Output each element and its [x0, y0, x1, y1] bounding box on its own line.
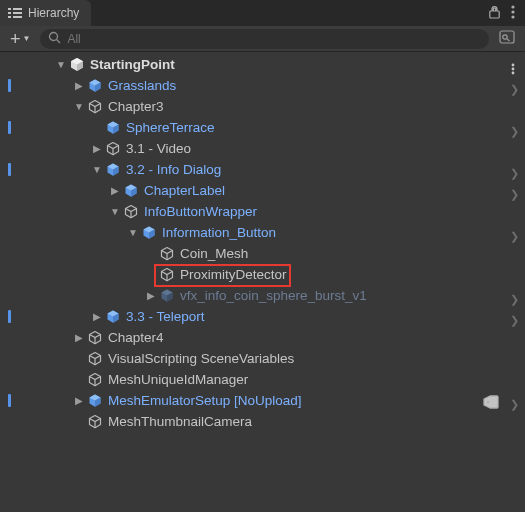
tree-row-coin[interactable]: Coin_Mesh [0, 243, 525, 264]
svg-rect-5 [13, 16, 22, 18]
row-label: Grasslands [108, 75, 176, 96]
svg-rect-1 [13, 8, 22, 10]
svg-point-7 [511, 10, 514, 13]
cube-icon [86, 413, 104, 431]
row-label: SphereTerrace [126, 117, 215, 138]
row-label: ChapterLabel [144, 180, 225, 201]
svg-rect-4 [8, 16, 11, 18]
tree-row-grasslands[interactable]: ▶ Grasslands❯ [0, 75, 525, 96]
cube-icon [86, 98, 104, 116]
foldout-toggle[interactable]: ▶ [90, 310, 104, 324]
svg-point-15 [512, 68, 515, 71]
cube-icon [122, 182, 140, 200]
tree-row-vsvars[interactable]: VisualScripting SceneVariables [0, 348, 525, 369]
search-input[interactable] [67, 32, 481, 46]
tree-row-chlabel[interactable]: ▶ ChapterLabel❯ [0, 180, 525, 201]
tree-row-prox[interactable]: ProximityDetector [0, 264, 525, 285]
foldout-toggle[interactable]: ▶ [72, 394, 86, 408]
tree-row-tele[interactable]: ▶ 3.3 - Teleport❯ [0, 306, 525, 327]
svg-point-6 [511, 5, 514, 8]
cube-icon [86, 392, 104, 410]
override-marker [8, 163, 11, 176]
tree-row-emulator[interactable]: ▶ MeshEmulatorSetup [NoUpload]❯ [0, 390, 525, 411]
hierarchy-tab[interactable]: Hierarchy [0, 0, 91, 26]
tree-row-ibw[interactable]: ▼ InfoButtonWrapper [0, 201, 525, 222]
dropdown-caret-icon: ▼ [23, 34, 31, 43]
svg-line-10 [57, 39, 61, 43]
create-button[interactable]: + ▼ [6, 30, 34, 48]
search-icon [48, 31, 61, 47]
tree-row-vfx[interactable]: ▶ vfx_info_coin_sphere_burst_v1❯ [0, 285, 525, 306]
foldout-toggle[interactable]: ▶ [72, 79, 86, 93]
svg-rect-3 [13, 12, 22, 14]
cube-icon [104, 119, 122, 137]
hierarchy-toolbar: + ▼ [0, 26, 525, 52]
row-label: 3.2 - Info Dialog [126, 159, 221, 180]
panel-menu-icon[interactable] [511, 5, 515, 22]
foldout-toggle[interactable]: ▶ [108, 184, 122, 198]
tree-row-uidmgr[interactable]: MeshUniqueIdManager [0, 369, 525, 390]
tree-row-info[interactable]: ▼ 3.2 - Info Dialog❯ [0, 159, 525, 180]
cube-icon [86, 329, 104, 347]
foldout-toggle[interactable]: ▼ [54, 58, 68, 72]
cube-icon [86, 371, 104, 389]
row-label: VisualScripting SceneVariables [108, 348, 294, 369]
override-marker [8, 394, 11, 407]
cube-icon [122, 203, 140, 221]
svg-point-16 [512, 72, 515, 75]
cube-icon [104, 308, 122, 326]
svg-line-13 [507, 39, 510, 41]
foldout-toggle[interactable]: ▶ [144, 289, 158, 303]
lock-icon[interactable] [488, 5, 501, 22]
svg-rect-0 [8, 8, 11, 10]
foldout-toggle[interactable]: ▶ [90, 142, 104, 156]
override-marker [8, 121, 11, 134]
hierarchy-tree[interactable]: ▼ StartingPoint▶ Grasslands❯▼ Chapter3 S… [0, 52, 525, 432]
tree-row-video[interactable]: ▶ 3.1 - Video [0, 138, 525, 159]
cube-icon [158, 287, 176, 305]
search-by-type-icon[interactable] [495, 30, 519, 47]
row-label: vfx_info_coin_sphere_burst_v1 [180, 285, 367, 306]
row-label: InfoButtonWrapper [144, 201, 257, 222]
tree-row-thumbcam[interactable]: MeshThumbnailCamera [0, 411, 525, 432]
cube-icon [86, 350, 104, 368]
tree-row-chapter4[interactable]: ▶ Chapter4 [0, 327, 525, 348]
cube-icon [140, 224, 158, 242]
row-label: 3.1 - Video [126, 138, 191, 159]
foldout-toggle[interactable]: ▶ [72, 331, 86, 345]
row-label: ProximityDetector [180, 264, 287, 285]
cube-icon [104, 161, 122, 179]
scene-icon [68, 56, 86, 74]
search-field[interactable] [40, 29, 489, 49]
cube-icon [158, 245, 176, 263]
row-label: MeshUniqueIdManager [108, 369, 248, 390]
foldout-toggle[interactable]: ▼ [90, 163, 104, 177]
svg-point-14 [512, 64, 515, 67]
row-label: Chapter3 [108, 96, 164, 117]
override-marker [8, 79, 11, 92]
cube-icon [158, 266, 176, 284]
svg-point-17 [487, 401, 489, 403]
tree-row-sphereterr[interactable]: SphereTerrace❯ [0, 117, 525, 138]
hierarchy-tab-label: Hierarchy [28, 6, 79, 20]
svg-rect-2 [8, 12, 11, 14]
svg-point-9 [50, 32, 58, 40]
tree-row-scene[interactable]: ▼ StartingPoint [0, 54, 525, 75]
foldout-toggle[interactable]: ▼ [72, 100, 86, 114]
override-marker [8, 310, 11, 323]
row-label: Information_Button [162, 222, 276, 243]
tree-row-ibtn[interactable]: ▼ Information_Button❯ [0, 222, 525, 243]
row-label: Chapter4 [108, 327, 164, 348]
row-label: MeshEmulatorSetup [NoUpload] [108, 390, 302, 411]
row-label: MeshThumbnailCamera [108, 411, 252, 432]
foldout-toggle[interactable]: ▼ [108, 205, 122, 219]
foldout-toggle[interactable]: ▼ [126, 226, 140, 240]
tree-row-chapter3[interactable]: ▼ Chapter3 [0, 96, 525, 117]
row-label: 3.3 - Teleport [126, 306, 205, 327]
row-label: Coin_Mesh [180, 243, 248, 264]
svg-point-8 [511, 15, 514, 18]
panel-tab-bar: Hierarchy [0, 0, 525, 26]
cube-icon [104, 140, 122, 158]
row-label: StartingPoint [90, 54, 175, 75]
cube-icon [86, 77, 104, 95]
